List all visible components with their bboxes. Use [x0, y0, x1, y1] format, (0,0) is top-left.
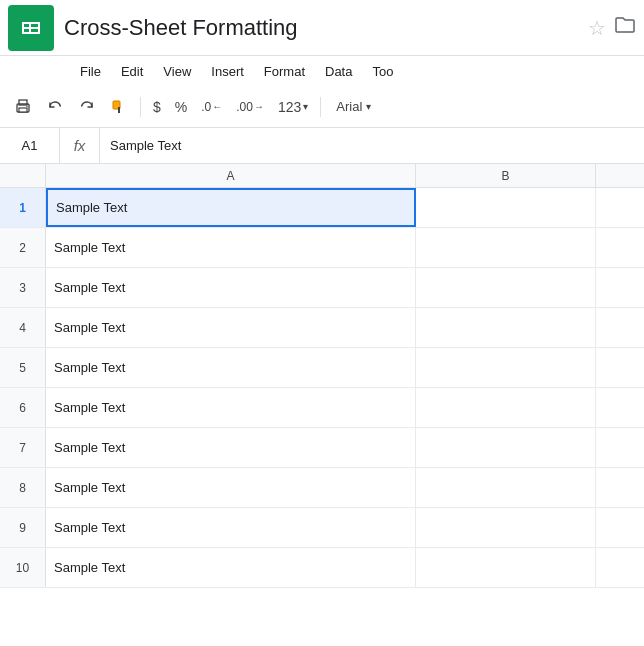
table-row: 4 Sample Text — [0, 308, 644, 348]
number-format-button[interactable]: 123 ▾ — [272, 92, 314, 122]
cell-a6[interactable]: Sample Text — [46, 388, 416, 427]
cell-a10[interactable]: Sample Text — [46, 548, 416, 587]
cell-a2[interactable]: Sample Text — [46, 228, 416, 267]
menu-edit[interactable]: Edit — [111, 60, 153, 83]
percent-button[interactable]: % — [169, 92, 193, 122]
table-row: 2 Sample Text — [0, 228, 644, 268]
row-number-8: 8 — [0, 468, 46, 507]
menu-file[interactable]: File — [70, 60, 111, 83]
toolbar-separator-2 — [320, 97, 321, 117]
font-name-label: Arial — [336, 99, 362, 114]
decimal-less-label: .0 — [201, 100, 211, 114]
table-row: 9 Sample Text — [0, 508, 644, 548]
menu-format[interactable]: Format — [254, 60, 315, 83]
app-icon — [8, 5, 54, 51]
row-number-6: 6 — [0, 388, 46, 427]
table-row: 6 Sample Text — [0, 388, 644, 428]
menu-tools[interactable]: Too — [362, 60, 403, 83]
menu-bar: File Edit View Insert Format Data Too — [0, 56, 644, 86]
cell-b2[interactable] — [416, 228, 596, 267]
row-number-1: 1 — [0, 188, 46, 227]
redo-button[interactable] — [72, 92, 102, 122]
svg-rect-6 — [38, 22, 40, 34]
cell-reference[interactable]: A1 — [0, 128, 60, 163]
cell-b8[interactable] — [416, 468, 596, 507]
svg-rect-4 — [22, 22, 24, 34]
row-number-7: 7 — [0, 428, 46, 467]
currency-button[interactable]: $ — [147, 92, 167, 122]
column-header-row: A B — [0, 164, 644, 188]
cell-b6[interactable] — [416, 388, 596, 427]
table-row: 1 Sample Text — [0, 188, 644, 228]
row-header-spacer — [0, 164, 46, 187]
svg-point-11 — [26, 105, 27, 106]
cell-b1[interactable] — [416, 188, 596, 227]
spreadsheet: A B 1 Sample Text 2 Sample Text 3 Sample… — [0, 164, 644, 588]
row-number-10: 10 — [0, 548, 46, 587]
cell-b10[interactable] — [416, 548, 596, 587]
table-row: 5 Sample Text — [0, 348, 644, 388]
cell-b9[interactable] — [416, 508, 596, 547]
cell-b4[interactable] — [416, 308, 596, 347]
toolbar-separator-1 — [140, 97, 141, 117]
column-header-b[interactable]: B — [416, 164, 596, 187]
row-number-4: 4 — [0, 308, 46, 347]
table-row: 3 Sample Text — [0, 268, 644, 308]
print-button[interactable] — [8, 92, 38, 122]
chevron-down-icon: ▾ — [303, 101, 308, 112]
menu-data[interactable]: Data — [315, 60, 362, 83]
star-icon[interactable]: ☆ — [588, 16, 606, 40]
fx-label: fx — [60, 128, 100, 163]
decimal-less-button[interactable]: .0 ← — [195, 92, 228, 122]
cell-a7[interactable]: Sample Text — [46, 428, 416, 467]
formula-input[interactable] — [100, 138, 644, 153]
arrow-right-icon: → — [254, 101, 264, 112]
row-number-9: 9 — [0, 508, 46, 547]
table-row: 10 Sample Text — [0, 548, 644, 588]
cell-a5[interactable]: Sample Text — [46, 348, 416, 387]
font-chevron-icon: ▾ — [366, 101, 371, 112]
menu-insert[interactable]: Insert — [201, 60, 254, 83]
row-number-3: 3 — [0, 268, 46, 307]
row-number-5: 5 — [0, 348, 46, 387]
svg-rect-14 — [118, 107, 120, 113]
cell-b7[interactable] — [416, 428, 596, 467]
cell-a1[interactable]: Sample Text — [46, 188, 416, 227]
row-number-2: 2 — [0, 228, 46, 267]
arrow-left-icon: ← — [212, 101, 222, 112]
menu-view[interactable]: View — [153, 60, 201, 83]
font-selector[interactable]: Arial ▾ — [327, 92, 380, 122]
paint-format-button[interactable] — [104, 92, 134, 122]
toolbar: $ % .0 ← .00 → 123 ▾ Arial ▾ — [0, 86, 644, 128]
cell-b5[interactable] — [416, 348, 596, 387]
decimal-more-label: .00 — [236, 100, 253, 114]
cell-a3[interactable]: Sample Text — [46, 268, 416, 307]
cell-a8[interactable]: Sample Text — [46, 468, 416, 507]
cell-a4[interactable]: Sample Text — [46, 308, 416, 347]
svg-rect-5 — [29, 22, 31, 34]
table-row: 7 Sample Text — [0, 428, 644, 468]
page-title: Cross-Sheet Formatting — [64, 15, 578, 41]
number-format-label: 123 — [278, 99, 301, 115]
decimal-more-button[interactable]: .00 → — [230, 92, 270, 122]
formula-bar: A1 fx — [0, 128, 644, 164]
folder-icon[interactable] — [614, 16, 636, 39]
cell-b3[interactable] — [416, 268, 596, 307]
cell-a9[interactable]: Sample Text — [46, 508, 416, 547]
title-bar: Cross-Sheet Formatting ☆ — [0, 0, 644, 56]
column-header-a[interactable]: A — [46, 164, 416, 187]
table-row: 8 Sample Text — [0, 468, 644, 508]
undo-button[interactable] — [40, 92, 70, 122]
